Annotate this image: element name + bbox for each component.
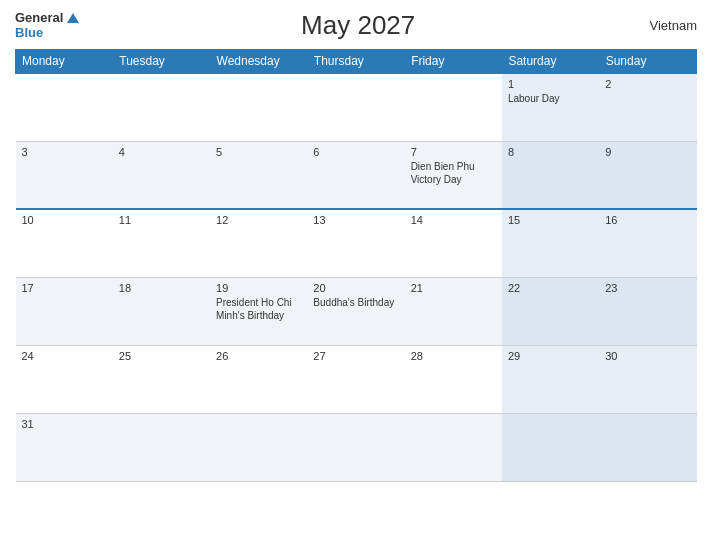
header: General Blue May 2027 Vietnam — [15, 10, 697, 41]
day-number: 2 — [605, 78, 690, 90]
calendar-cell: 24 — [16, 345, 113, 413]
day-number: 4 — [119, 146, 204, 158]
day-number: 15 — [508, 214, 593, 226]
logo-blue-text: Blue — [15, 26, 79, 40]
calendar-cell: 27 — [307, 345, 404, 413]
day-number: 21 — [411, 282, 496, 294]
calendar-cell: 11 — [113, 209, 210, 277]
calendar-cell — [16, 73, 113, 141]
calendar-cell: 31 — [16, 413, 113, 481]
day-number: 14 — [411, 214, 496, 226]
calendar-title: May 2027 — [79, 10, 637, 41]
day-event: Dien Bien Phu Victory Day — [411, 161, 475, 185]
calendar-cell — [405, 413, 502, 481]
day-number: 6 — [313, 146, 398, 158]
calendar-cell: 22 — [502, 277, 599, 345]
day-event: President Ho Chi Minh's Birthday — [216, 297, 292, 321]
calendar-week-row: 31 — [16, 413, 697, 481]
calendar-cell: 23 — [599, 277, 696, 345]
col-tuesday: Tuesday — [113, 50, 210, 74]
col-wednesday: Wednesday — [210, 50, 307, 74]
calendar-header-row: Monday Tuesday Wednesday Thursday Friday… — [16, 50, 697, 74]
calendar-cell: 3 — [16, 141, 113, 209]
calendar-cell: 15 — [502, 209, 599, 277]
calendar-table: Monday Tuesday Wednesday Thursday Friday… — [15, 49, 697, 482]
calendar-cell — [307, 73, 404, 141]
calendar-cell — [210, 413, 307, 481]
page: General Blue May 2027 Vietnam Monday Tue… — [0, 0, 712, 550]
calendar-cell: 4 — [113, 141, 210, 209]
calendar-cell: 29 — [502, 345, 599, 413]
calendar-cell: 14 — [405, 209, 502, 277]
day-number: 13 — [313, 214, 398, 226]
day-number: 16 — [605, 214, 690, 226]
calendar-cell — [599, 413, 696, 481]
calendar-week-row: 10111213141516 — [16, 209, 697, 277]
calendar-cell — [210, 73, 307, 141]
day-number: 19 — [216, 282, 301, 294]
calendar-cell: 17 — [16, 277, 113, 345]
day-event: Buddha's Birthday — [313, 297, 394, 308]
day-number: 12 — [216, 214, 301, 226]
day-number: 22 — [508, 282, 593, 294]
country-label: Vietnam — [637, 18, 697, 33]
calendar-week-row: 34567Dien Bien Phu Victory Day89 — [16, 141, 697, 209]
calendar-cell: 25 — [113, 345, 210, 413]
calendar-cell: 26 — [210, 345, 307, 413]
calendar-cell: 9 — [599, 141, 696, 209]
day-number: 9 — [605, 146, 690, 158]
day-number: 5 — [216, 146, 301, 158]
day-number: 8 — [508, 146, 593, 158]
calendar-cell — [307, 413, 404, 481]
calendar-week-row: 1Labour Day2 — [16, 73, 697, 141]
calendar-cell — [113, 413, 210, 481]
day-number: 24 — [22, 350, 107, 362]
col-monday: Monday — [16, 50, 113, 74]
logo-general-text: General — [15, 11, 63, 25]
day-number: 7 — [411, 146, 496, 158]
day-number: 18 — [119, 282, 204, 294]
calendar-cell: 7Dien Bien Phu Victory Day — [405, 141, 502, 209]
calendar-cell — [113, 73, 210, 141]
day-number: 28 — [411, 350, 496, 362]
day-number: 30 — [605, 350, 690, 362]
calendar-cell: 2 — [599, 73, 696, 141]
col-friday: Friday — [405, 50, 502, 74]
day-number: 17 — [22, 282, 107, 294]
day-number: 10 — [22, 214, 107, 226]
day-number: 20 — [313, 282, 398, 294]
calendar-cell: 28 — [405, 345, 502, 413]
calendar-cell: 10 — [16, 209, 113, 277]
calendar-cell: 6 — [307, 141, 404, 209]
day-number: 23 — [605, 282, 690, 294]
calendar-cell: 8 — [502, 141, 599, 209]
day-number: 25 — [119, 350, 204, 362]
day-number: 1 — [508, 78, 593, 90]
calendar-cell: 1Labour Day — [502, 73, 599, 141]
calendar-week-row: 24252627282930 — [16, 345, 697, 413]
col-sunday: Sunday — [599, 50, 696, 74]
day-number: 31 — [22, 418, 107, 430]
calendar-cell: 16 — [599, 209, 696, 277]
calendar-cell: 20Buddha's Birthday — [307, 277, 404, 345]
day-number: 26 — [216, 350, 301, 362]
logo: General Blue — [15, 11, 79, 40]
col-saturday: Saturday — [502, 50, 599, 74]
col-thursday: Thursday — [307, 50, 404, 74]
day-event: Labour Day — [508, 93, 560, 104]
calendar-cell: 12 — [210, 209, 307, 277]
calendar-cell — [502, 413, 599, 481]
logo-triangle-icon — [67, 13, 79, 23]
calendar-week-row: 171819President Ho Chi Minh's Birthday20… — [16, 277, 697, 345]
day-number: 3 — [22, 146, 107, 158]
calendar-cell: 21 — [405, 277, 502, 345]
calendar-cell: 13 — [307, 209, 404, 277]
calendar-cell: 30 — [599, 345, 696, 413]
day-number: 27 — [313, 350, 398, 362]
calendar-cell: 18 — [113, 277, 210, 345]
calendar-cell: 5 — [210, 141, 307, 209]
calendar-cell — [405, 73, 502, 141]
day-number: 11 — [119, 214, 204, 226]
calendar-cell: 19President Ho Chi Minh's Birthday — [210, 277, 307, 345]
day-number: 29 — [508, 350, 593, 362]
